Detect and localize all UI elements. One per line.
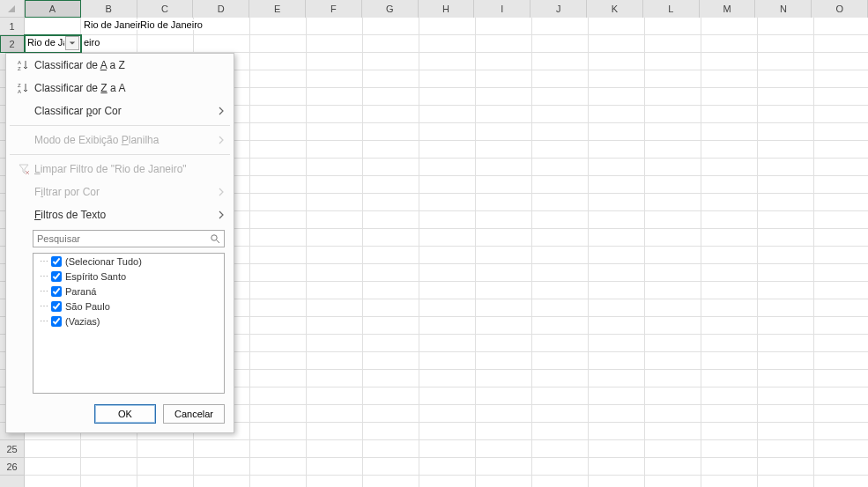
filter-value-item[interactable]: ⋯ São Paulo	[33, 299, 224, 314]
cell-K1[interactable]	[589, 18, 645, 35]
cell-B1[interactable]: Rio de Janeiro	[81, 18, 137, 35]
cell-A25[interactable]	[25, 440, 81, 458]
ok-button[interactable]: OK	[94, 404, 156, 424]
cell-O1[interactable]	[814, 18, 868, 35]
col-header-M[interactable]: M	[700, 0, 756, 18]
cell-C1[interactable]: Rio de Janeiro	[137, 18, 194, 35]
grid-row: 2 Rio de Janeiro eiro	[0, 35, 868, 53]
grid-row: 25	[0, 440, 868, 458]
filter-value-item[interactable]: ⋯ Paraná	[33, 284, 224, 299]
filter-value-item[interactable]: ⋯ (Vazias)	[33, 314, 224, 328]
row-header-1[interactable]: 1	[0, 18, 25, 35]
col-header-N[interactable]: N	[755, 0, 812, 18]
svg-text:Z: Z	[18, 66, 21, 71]
tree-toggle-icon: ⋯	[39, 316, 49, 326]
col-header-D[interactable]: D	[193, 0, 249, 18]
cell-E2[interactable]	[250, 35, 307, 53]
filter-value-label: (Vazias)	[65, 316, 100, 327]
cell-F1[interactable]	[307, 18, 363, 35]
row-header-26[interactable]: 26	[0, 458, 25, 476]
sort-za-item[interactable]: ZA Classificar de Z a A	[6, 77, 234, 100]
cell-A1[interactable]	[25, 18, 81, 35]
cell-A2[interactable]: Rio de Janeiro	[25, 35, 81, 53]
select-all-corner[interactable]	[0, 0, 25, 18]
filter-checkbox[interactable]	[51, 271, 62, 282]
tree-toggle-icon: ⋯	[39, 256, 49, 266]
filter-by-color-label: Filtrar por Cor	[34, 186, 216, 198]
text-filters-label: Filtros de Texto	[34, 209, 216, 221]
cell-G2[interactable]	[363, 35, 419, 53]
cell-H1[interactable]	[419, 18, 476, 35]
cell-I2[interactable]	[476, 35, 532, 53]
cell-N1[interactable]	[758, 18, 814, 35]
cell-N2[interactable]	[758, 35, 814, 53]
col-header-G[interactable]: G	[362, 0, 419, 18]
cell-J1[interactable]	[532, 18, 589, 35]
filter-by-color-item: Filtrar por Cor	[6, 181, 234, 203]
search-box	[33, 230, 225, 247]
cell-L2[interactable]	[645, 35, 701, 53]
menu-separator	[10, 125, 230, 126]
grid-row: 1 Rio de Janeiro Rio de Janeiro	[0, 18, 868, 35]
sort-az-icon: AZ	[15, 58, 33, 72]
filter-value-item[interactable]: ⋯ (Selecionar Tudo)	[33, 254, 224, 269]
cell-H2[interactable]	[419, 35, 476, 53]
sheet-view-label: Modo de Exibição Planilha	[34, 134, 216, 146]
col-header-H[interactable]: H	[419, 0, 475, 18]
row-header-2[interactable]: 2	[0, 35, 25, 53]
chevron-right-icon	[216, 106, 226, 116]
sheet-view-item: Modo de Exibição Planilha	[6, 129, 234, 151]
sort-az-item[interactable]: AZ Classificar de A a Z	[6, 54, 234, 77]
column-headers: A B C D E F G H I J K L M N O	[0, 0, 868, 18]
col-header-B[interactable]: B	[81, 0, 137, 18]
cell-L1[interactable]	[645, 18, 701, 35]
sort-by-color-item[interactable]: Classificar por Cor	[6, 100, 234, 122]
col-header-O[interactable]: O	[812, 0, 868, 18]
cell-O2[interactable]	[814, 35, 868, 53]
grid-row: 26	[0, 458, 868, 476]
filter-checkbox[interactable]	[51, 301, 62, 312]
filter-value-item[interactable]: ⋯ Espírito Santo	[33, 269, 224, 284]
search-row	[6, 226, 234, 251]
col-header-A[interactable]: A	[25, 0, 81, 18]
col-header-K[interactable]: K	[587, 0, 643, 18]
cell-D2[interactable]	[194, 35, 250, 53]
svg-text:A: A	[18, 60, 21, 65]
text-filters-item[interactable]: Filtros de Texto	[6, 203, 234, 226]
filter-checkbox[interactable]	[51, 286, 62, 297]
svg-point-4	[211, 235, 217, 240]
search-icon	[206, 231, 224, 247]
cell-G1[interactable]	[363, 18, 419, 35]
col-header-I[interactable]: I	[474, 0, 530, 18]
cell-J2[interactable]	[532, 35, 589, 53]
tree-toggle-icon: ⋯	[39, 286, 49, 296]
cancel-button[interactable]: Cancelar	[163, 404, 225, 424]
chevron-right-icon	[216, 187, 226, 197]
clear-filter-label: Limpar Filtro de "Rio de Janeiro"	[34, 163, 226, 175]
cell-I1[interactable]	[476, 18, 532, 35]
filter-value-label: Espírito Santo	[65, 271, 126, 282]
col-header-F[interactable]: F	[306, 0, 362, 18]
col-header-L[interactable]: L	[643, 0, 700, 18]
filter-checkbox[interactable]	[51, 316, 62, 327]
filter-value-label: São Paulo	[65, 301, 110, 312]
cell-C2[interactable]	[137, 35, 194, 53]
filter-dropdown-button[interactable]	[65, 36, 79, 50]
cell-B2[interactable]: eiro	[81, 35, 137, 53]
filter-checkbox[interactable]	[51, 256, 62, 267]
row-header-25[interactable]: 25	[0, 440, 25, 458]
cell-F2[interactable]	[307, 35, 363, 53]
search-input[interactable]	[33, 233, 206, 244]
sort-az-label: Classificar de A a Z	[34, 59, 226, 71]
cell-E1[interactable]	[250, 18, 307, 35]
col-header-E[interactable]: E	[249, 0, 306, 18]
col-header-J[interactable]: J	[530, 0, 587, 18]
cell-M1[interactable]	[701, 18, 758, 35]
tree-toggle-icon: ⋯	[39, 271, 49, 281]
chevron-right-icon	[216, 210, 226, 220]
cell-K2[interactable]	[589, 35, 645, 53]
cell-A26[interactable]	[25, 458, 81, 476]
filter-values-list[interactable]: ⋯ (Selecionar Tudo) ⋯ Espírito Santo ⋯ P…	[33, 253, 225, 394]
col-header-C[interactable]: C	[137, 0, 194, 18]
cell-M2[interactable]	[701, 35, 758, 53]
